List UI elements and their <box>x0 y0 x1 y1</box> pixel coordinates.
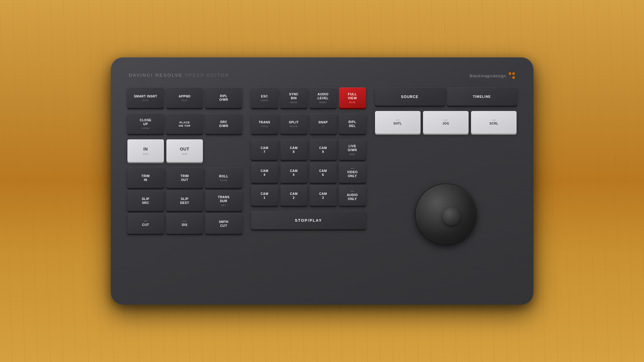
section-left: SMART INSRT CLIP APPND CLIP RIPLO/WR CLO… <box>127 87 242 287</box>
ripl-del-key[interactable]: RIPLDEL <box>339 113 366 134</box>
esc-key[interactable]: ESC UNDO <box>251 87 278 108</box>
brand-dots <box>509 72 515 79</box>
brand-logo: Blackmagicdesign <box>470 72 515 79</box>
trans-dur-key[interactable]: TRANSDUR SET <box>205 190 242 211</box>
trim-in-key[interactable]: TRIMIN <box>127 167 164 188</box>
cam8-key[interactable]: CAM8 <box>280 139 307 160</box>
source-timeline-row: SOURCE TIMELINE <box>375 87 517 106</box>
top-row-middle: ESC UNDO SYNCBIN MARK AUDIOLEVEL MARK FU… <box>251 87 366 108</box>
full-view-key[interactable]: FULLVIEW RVW <box>339 87 366 108</box>
second-row-left: CLOSEUP YPOS PLACEON TOP SRCO/WR <box>127 113 242 134</box>
jog-key[interactable]: JOG <box>423 111 469 134</box>
cam6-key[interactable]: CAM6 <box>310 162 337 183</box>
live-owr-key[interactable]: LIVEO/WR RND <box>339 139 366 160</box>
in-key[interactable]: IN CLR <box>127 139 164 162</box>
timeline-key[interactable]: TIMELINE <box>447 87 517 106</box>
cam5-key[interactable]: CAM5 <box>280 162 307 183</box>
stop-play-key[interactable]: STOP/PLAY <box>251 211 366 229</box>
cam-row-2: CAM4 CAM5 CAM6 VIDEOONLY <box>251 162 366 183</box>
second-row-middle: TRANS TITLE SPLIT MOVE SNAP ≡ RIPLDEL <box>251 113 366 134</box>
edit-row-2: SLIPSRC SLIPDEST TRANSDUR SET <box>127 190 242 211</box>
brand-dot-2 <box>512 72 515 75</box>
cut-key[interactable]: CUT <box>127 213 164 234</box>
audio-only-indicator <box>351 191 354 192</box>
scrl-key[interactable]: SCRL <box>471 111 517 134</box>
section-middle: ESC UNDO SYNCBIN MARK AUDIOLEVEL MARK FU… <box>251 87 366 287</box>
video-only-indicator <box>351 168 354 169</box>
brand-dot-3 <box>509 76 511 79</box>
brand-dot-4 <box>512 76 515 79</box>
ripl-owr-key[interactable]: RIPLO/WR <box>205 87 242 108</box>
cam-row-1: CAM7 CAM8 CAM9 LIVEO/WR RND <box>251 139 366 160</box>
trans-key[interactable]: TRANS TITLE <box>251 113 278 134</box>
appnd-key[interactable]: APPND CLIP <box>166 87 203 108</box>
cam9-key[interactable]: CAM9 <box>310 139 337 160</box>
out-key[interactable]: OUT CLR <box>166 139 203 162</box>
jog-indicator <box>444 120 447 120</box>
video-only-key[interactable]: VIDEOONLY <box>339 162 366 183</box>
cam-row-3: CAM1 CAM2 CAM3 AUDIOONLY <box>251 185 366 206</box>
cut-indicator <box>144 221 147 221</box>
brand-name: Blackmagicdesign <box>470 74 506 78</box>
cam7-key[interactable]: CAM7 <box>251 139 278 160</box>
place-on-top-key[interactable]: PLACEON TOP <box>166 113 203 134</box>
trim-out-key[interactable]: TRIMOUT <box>166 167 203 188</box>
jog-wheel[interactable] <box>416 184 476 245</box>
smth-cut-key[interactable]: SMTHCUT <box>205 213 242 234</box>
stop-play-row: STOP/PLAY <box>251 211 366 229</box>
snap-key[interactable]: SNAP ≡ <box>310 113 337 134</box>
title-main: DAVINCI RESOLVE <box>129 72 183 78</box>
dis-indicator <box>183 221 186 221</box>
in-out-row: IN CLR OUT CLR <box>127 139 242 162</box>
split-key[interactable]: SPLIT MOVE <box>280 113 307 134</box>
edit-row-3: CUT DIS SMTHCUT <box>127 213 242 234</box>
cam-section: CAM7 CAM8 CAM9 LIVEO/WR RND CAM4 <box>251 139 366 206</box>
slip-src-key[interactable]: SLIPSRC <box>127 190 164 211</box>
cam2-key[interactable]: CAM2 <box>280 185 307 206</box>
close-up-key[interactable]: CLOSEUP YPOS <box>127 113 164 134</box>
section-right: SOURCE TIMELINE SHTL JOG SCRL <box>375 87 517 287</box>
scrl-indicator <box>492 120 496 120</box>
device-title: DAVINCI RESOLVE SPEED EDITOR <box>129 72 229 78</box>
keyboard-body: SMART INSRT CLIP APPND CLIP RIPLO/WR CLO… <box>127 87 517 287</box>
jog-wheel-knob <box>442 207 460 225</box>
jog-wheel-container <box>375 139 517 287</box>
src-owr-key[interactable]: SRCO/WR <box>205 113 242 134</box>
title-sub: SPEED EDITOR <box>183 72 229 78</box>
source-key[interactable]: SOURCE <box>375 87 445 106</box>
shtl-indicator <box>396 120 399 120</box>
audio-only-key[interactable]: AUDIOONLY <box>339 185 366 206</box>
smart-insrt-key[interactable]: SMART INSRT CLIP <box>127 87 164 108</box>
sync-bin-key[interactable]: SYNCBIN MARK <box>280 87 307 108</box>
cam4-key[interactable]: CAM4 <box>251 162 278 183</box>
shtl-key[interactable]: SHTL <box>375 111 421 134</box>
speed-editor-device: DAVINCI RESOLVE SPEED EDITOR Blackmagicd… <box>111 57 533 305</box>
cam1-key[interactable]: CAM1 <box>251 185 278 206</box>
brand-dot-1 <box>509 72 511 75</box>
cam3-key[interactable]: CAM3 <box>310 185 337 206</box>
slip-dest-key[interactable]: SLIPDEST <box>166 190 203 211</box>
edit-row-1: TRIMIN TRIMOUT ROLL SLIDE <box>127 167 242 188</box>
top-row-left: SMART INSRT CLIP APPND CLIP RIPLO/WR <box>127 87 242 108</box>
shtl-row: SHTL JOG SCRL <box>375 111 517 134</box>
roll-key[interactable]: ROLL SLIDE <box>205 167 242 188</box>
dis-key[interactable]: DIS <box>166 213 203 234</box>
edit-rows: TRIMIN TRIMOUT ROLL SLIDE SLIPSRC <box>127 167 242 234</box>
device-header: DAVINCI RESOLVE SPEED EDITOR Blackmagicd… <box>127 72 517 79</box>
audio-level-key[interactable]: AUDIOLEVEL MARK <box>310 87 337 108</box>
